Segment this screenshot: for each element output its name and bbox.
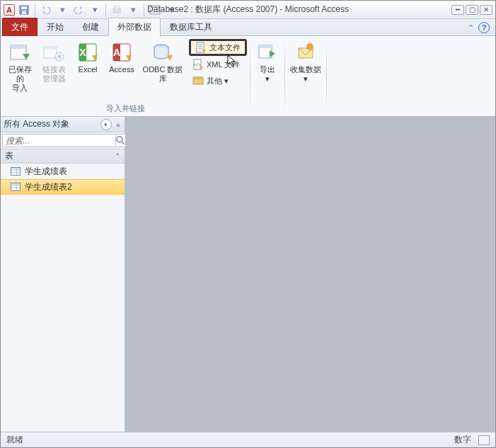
collect-data-icon xyxy=(294,41,317,64)
qat-redo-icon[interactable] xyxy=(71,3,86,17)
svg-rect-31 xyxy=(193,77,203,79)
export-button[interactable]: 导出▾ xyxy=(253,39,282,86)
nav-header-title: 所有 Access 对象 xyxy=(4,118,98,130)
qat-undo-icon[interactable] xyxy=(39,3,53,17)
qat-separator xyxy=(105,4,106,16)
nav-category-label: 表 xyxy=(5,150,13,162)
svg-rect-33 xyxy=(259,45,272,48)
tab-external-data[interactable]: 外部数据 xyxy=(108,18,161,36)
svg-rect-2 xyxy=(22,11,26,14)
nav-item-table[interactable]: 学生成绩表 xyxy=(1,163,125,179)
window-controls: ━ ▢ ✕ xyxy=(451,5,495,15)
svg-point-36 xyxy=(117,137,122,142)
qat-customize-icon[interactable]: ▾ xyxy=(126,3,140,17)
app-window: A ▾ ▾ ▾ ▾ Database2 : 数据库 (Acce xyxy=(0,0,496,448)
group-export-label xyxy=(253,104,282,116)
more-icon xyxy=(192,75,204,86)
table-icon xyxy=(11,183,21,191)
svg-text:X: X xyxy=(79,47,86,58)
nav-search-input[interactable] xyxy=(2,134,116,147)
svg-rect-4 xyxy=(115,6,119,9)
import-text-file-button[interactable]: 文本文件 xyxy=(189,39,247,56)
import-access-button[interactable]: A Access xyxy=(105,39,138,76)
qat-redo-dropdown-icon[interactable]: ▾ xyxy=(88,3,102,17)
qat-print-icon[interactable] xyxy=(110,3,124,17)
xml-label: XML 文件 xyxy=(207,59,240,70)
import-odbc-button[interactable]: ODBC 数据库 xyxy=(139,39,186,86)
nav-search-row xyxy=(1,132,125,149)
more-label: 其他 ▾ xyxy=(207,76,229,86)
qat-table-dropdown-icon[interactable]: ▾ xyxy=(164,3,178,17)
link-manager-label: 链接表 管理器 xyxy=(42,65,66,84)
tab-database-tools[interactable]: 数据库工具 xyxy=(161,18,221,36)
export-icon xyxy=(256,41,279,64)
maximize-button[interactable]: ▢ xyxy=(466,5,478,15)
svg-text:A: A xyxy=(113,47,120,58)
svg-rect-12 xyxy=(11,45,26,49)
saved-imports-icon xyxy=(8,41,31,64)
access-icon: A xyxy=(110,41,133,64)
xml-icon: </> xyxy=(192,59,204,70)
status-left: 就绪 xyxy=(6,434,23,446)
ribbon-separator xyxy=(326,40,327,112)
close-button[interactable]: ✕ xyxy=(480,5,492,15)
help-icon[interactable]: ? xyxy=(478,22,490,33)
excel-icon: X xyxy=(76,41,99,64)
nav-item-table[interactable]: 学生成绩表2 xyxy=(1,179,125,195)
ribbon-panel: 已保存的 导入 链接表 管理器 X Excel A xyxy=(1,36,495,117)
svg-rect-1 xyxy=(21,6,27,9)
tab-home[interactable]: 开始 xyxy=(38,18,73,36)
nav-header[interactable]: 所有 Access 对象 ▾ « xyxy=(1,117,125,132)
quick-access-toolbar: A ▾ ▾ ▾ ▾ xyxy=(1,3,178,17)
svg-point-16 xyxy=(58,55,61,58)
qat-save-icon[interactable] xyxy=(17,3,31,17)
nav-category-tables[interactable]: 表 ⌃ xyxy=(1,149,125,163)
svg-line-37 xyxy=(122,142,125,144)
saved-imports-button[interactable]: 已保存的 导入 xyxy=(4,39,36,95)
link-manager-button[interactable]: 链接表 管理器 xyxy=(38,39,70,86)
qat-table-icon[interactable] xyxy=(148,3,162,17)
saved-imports-label: 已保存的 导入 xyxy=(5,65,35,93)
collect-data-label: 收集数据▾ xyxy=(290,65,321,84)
nav-category-collapse-icon[interactable]: ⌃ xyxy=(115,152,120,160)
nav-item-label: 学生成绩表2 xyxy=(25,181,72,193)
tab-create[interactable]: 创建 xyxy=(73,18,108,36)
qat-separator xyxy=(144,4,144,16)
view-switch-icon[interactable] xyxy=(478,435,490,445)
export-label: 导出▾ xyxy=(260,65,275,84)
excel-label: Excel xyxy=(79,65,98,74)
ribbon-tabs: 文件 开始 创建 外部数据 数据库工具 ⌃ ? xyxy=(1,19,495,36)
link-manager-icon xyxy=(42,41,65,64)
app-icon[interactable]: A xyxy=(4,4,15,16)
svg-text:</>: </> xyxy=(194,62,201,67)
ribbon-minimize-icon[interactable]: ⌃ xyxy=(468,23,474,33)
svg-rect-14 xyxy=(44,47,57,50)
qat-undo-dropdown-icon[interactable]: ▾ xyxy=(55,3,69,17)
nav-collapse-icon[interactable]: « xyxy=(115,120,122,129)
status-right: 数字 xyxy=(454,434,471,446)
minimize-button[interactable]: ━ xyxy=(451,5,464,15)
qat-separator xyxy=(35,4,35,16)
group-collect-label xyxy=(288,104,323,116)
main-area: 所有 Access 对象 ▾ « 表 ⌃ 学生成绩表 学生成绩表2 xyxy=(1,117,495,432)
nav-item-label: 学生成绩表 xyxy=(25,166,67,178)
svg-point-35 xyxy=(306,43,313,50)
group-import-link-label: 导入并链接 xyxy=(4,102,247,116)
odbc-label: ODBC 数据库 xyxy=(141,65,185,84)
tab-file[interactable]: 文件 xyxy=(2,18,38,36)
text-file-label: 文本文件 xyxy=(209,42,241,53)
navigation-pane: 所有 Access 对象 ▾ « 表 ⌃ 学生成绩表 学生成绩表2 xyxy=(1,117,125,432)
nav-dropdown-icon[interactable]: ▾ xyxy=(100,119,112,130)
import-excel-button[interactable]: X Excel xyxy=(71,39,104,76)
title-bar: A ▾ ▾ ▾ ▾ Database2 : 数据库 (Acce xyxy=(1,1,495,19)
collect-data-button[interactable]: 收集数据▾ xyxy=(288,39,323,86)
odbc-icon xyxy=(151,41,174,64)
access-label: Access xyxy=(109,65,134,74)
table-icon xyxy=(11,167,21,176)
import-xml-button[interactable]: </> XML 文件 xyxy=(189,57,247,72)
import-more-button[interactable]: 其他 ▾ xyxy=(189,73,247,88)
svg-rect-6 xyxy=(150,6,160,8)
workspace xyxy=(125,117,495,432)
status-bar: 就绪 数字 xyxy=(1,432,495,447)
search-icon[interactable] xyxy=(116,134,126,147)
